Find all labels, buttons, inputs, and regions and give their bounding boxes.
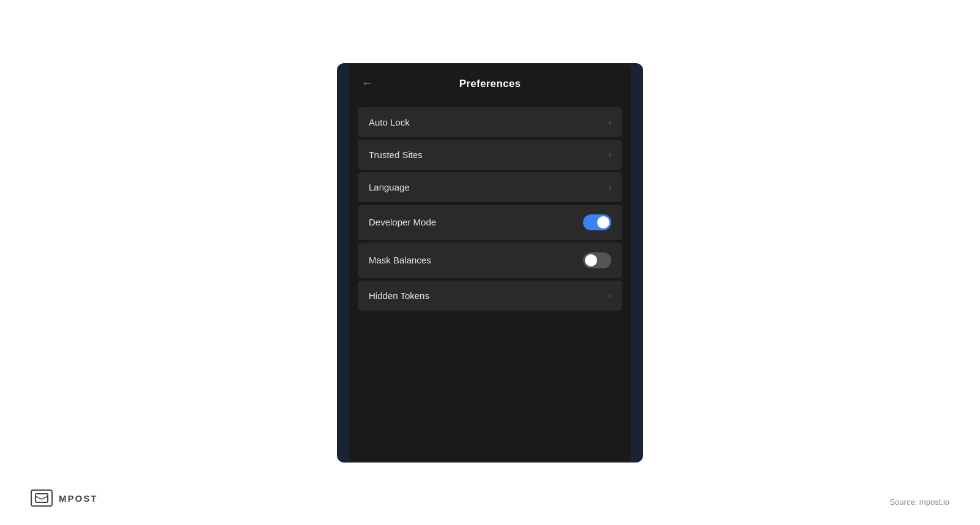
developer-mode-toggle-knob xyxy=(597,216,609,229)
menu-item-label-hidden-tokens: Hidden Tokens xyxy=(369,290,429,301)
menu-item-trusted-sites[interactable]: Trusted Sites › xyxy=(358,140,622,170)
chevron-icon-language: › xyxy=(608,182,611,192)
header: ← Preferences xyxy=(349,64,631,101)
chevron-icon-trusted-sites: › xyxy=(608,149,611,159)
menu-item-auto-lock[interactable]: Auto Lock › xyxy=(358,107,622,137)
source-text: Source: mpost.io xyxy=(889,497,949,507)
logo-icon xyxy=(31,489,53,507)
menu-item-label-auto-lock: Auto Lock xyxy=(369,117,410,127)
menu-item-label-developer-mode: Developer Mode xyxy=(369,217,436,227)
phone-screen: ← Preferences Auto Lock › Trusted Sites … xyxy=(349,64,631,461)
back-button[interactable]: ← xyxy=(361,77,372,90)
page-background: ← Preferences Auto Lock › Trusted Sites … xyxy=(0,0,980,525)
menu-item-mask-balances[interactable]: Mask Balances xyxy=(358,243,622,278)
mask-balances-toggle-container xyxy=(583,252,611,268)
menu-item-label-language: Language xyxy=(369,182,410,192)
developer-mode-toggle[interactable] xyxy=(583,214,611,230)
mask-balances-toggle[interactable] xyxy=(583,252,611,268)
chevron-icon-hidden-tokens: › xyxy=(608,290,611,300)
developer-mode-toggle-container xyxy=(583,214,611,230)
svg-rect-0 xyxy=(36,494,48,502)
chevron-icon-auto-lock: › xyxy=(608,117,611,127)
logo-text: MPOST xyxy=(59,493,97,504)
menu-item-label-mask-balances: Mask Balances xyxy=(369,255,431,265)
menu-item-hidden-tokens[interactable]: Hidden Tokens › xyxy=(358,281,622,311)
menu-list: Auto Lock › Trusted Sites › Language › D… xyxy=(349,101,631,312)
menu-item-label-trusted-sites: Trusted Sites xyxy=(369,149,423,160)
menu-item-developer-mode[interactable]: Developer Mode xyxy=(358,205,622,240)
menu-item-language[interactable]: Language › xyxy=(358,172,622,202)
phone-outer: ← Preferences Auto Lock › Trusted Sites … xyxy=(337,63,643,463)
page-title: Preferences xyxy=(459,78,521,90)
mask-balances-toggle-knob xyxy=(585,254,597,266)
logo-area: MPOST xyxy=(31,489,97,507)
